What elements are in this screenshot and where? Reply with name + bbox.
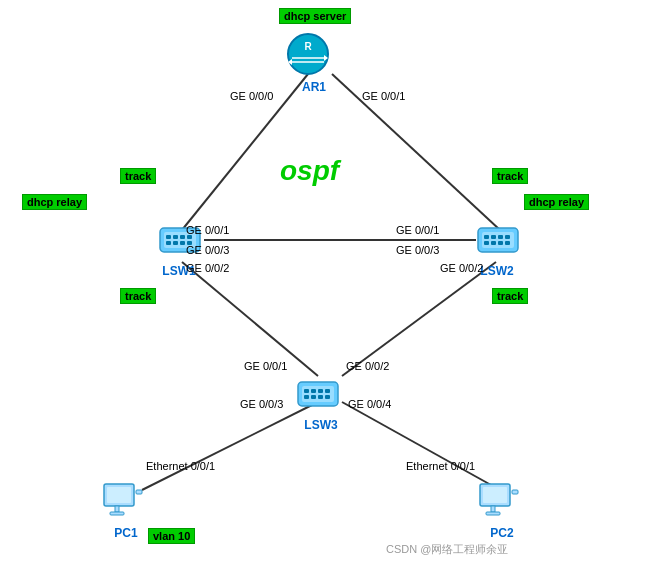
svg-rect-36 [311, 389, 316, 393]
track-lsw2-bottom: track [492, 288, 528, 304]
lsw2-ge002-label: GE 0/0/2 [440, 262, 483, 274]
dhcp-server-badge: dhcp server [279, 8, 351, 24]
svg-rect-35 [304, 389, 309, 393]
svg-rect-19 [166, 241, 171, 245]
svg-rect-17 [180, 235, 185, 239]
svg-rect-47 [136, 490, 142, 494]
svg-rect-20 [173, 241, 178, 245]
lsw1-ge003-label: GE 0/0/3 [186, 244, 229, 256]
svg-rect-38 [325, 389, 330, 393]
track-lsw1-top: track [120, 168, 156, 184]
svg-rect-27 [498, 235, 503, 239]
dhcp-relay-lsw1-badge: dhcp relay [22, 194, 87, 210]
svg-rect-32 [505, 241, 510, 245]
svg-line-1 [332, 74, 500, 230]
ar1-label: AR1 [296, 80, 332, 94]
pc2-label: PC2 [484, 526, 520, 540]
lsw2-switch-icon [476, 218, 520, 262]
svg-rect-30 [491, 241, 496, 245]
svg-rect-52 [512, 490, 518, 494]
svg-rect-26 [491, 235, 496, 239]
svg-rect-16 [173, 235, 178, 239]
svg-point-7 [288, 34, 328, 74]
ar1-ge000-label: GE 0/0/0 [230, 90, 273, 102]
vlan-10-badge: vlan 10 [148, 528, 195, 544]
track-lsw2-top: track [492, 168, 528, 184]
lsw1-ge001-top-label: GE 0/0/1 [186, 224, 229, 236]
svg-line-5 [142, 402, 318, 490]
lsw3-ge001-label: GE 0/0/1 [244, 360, 287, 372]
svg-rect-34 [302, 386, 334, 402]
svg-rect-25 [484, 235, 489, 239]
svg-rect-31 [498, 241, 503, 245]
svg-rect-28 [505, 235, 510, 239]
svg-rect-46 [110, 512, 124, 515]
lsw1-ge002-label: GE 0/0/2 [186, 262, 229, 274]
svg-rect-44 [107, 487, 131, 503]
network-diagram: dhcp server R AR1 GE 0/0/0 GE 0/0/1 ospf… [0, 0, 664, 564]
svg-rect-50 [491, 506, 495, 512]
svg-text:R: R [304, 41, 312, 52]
pc1-label: PC1 [108, 526, 144, 540]
svg-rect-37 [318, 389, 323, 393]
lsw3-ge003-label: GE 0/0/3 [240, 398, 283, 410]
ar1-ge001-label: GE 0/0/1 [362, 90, 405, 102]
svg-rect-24 [482, 232, 514, 248]
svg-line-6 [342, 402, 500, 490]
lsw3-ge002-label: GE 0/0/2 [346, 360, 389, 372]
svg-rect-49 [483, 487, 507, 503]
svg-rect-21 [180, 241, 185, 245]
svg-rect-29 [484, 241, 489, 245]
pc1-icon [100, 480, 144, 524]
pc1-eth-label: Ethernet 0/0/1 [146, 460, 215, 472]
track-lsw1-bottom: track [120, 288, 156, 304]
dhcp-relay-lsw2-badge: dhcp relay [524, 194, 589, 210]
svg-rect-51 [486, 512, 500, 515]
watermark: CSDN @网络工程师余亚 [386, 542, 508, 557]
svg-rect-39 [304, 395, 309, 399]
svg-line-3 [182, 262, 318, 376]
svg-rect-15 [166, 235, 171, 239]
svg-rect-41 [318, 395, 323, 399]
lsw3-label: LSW3 [296, 418, 346, 432]
lsw3-ge004-label: GE 0/0/4 [348, 398, 391, 410]
lsw2-ge001-label: GE 0/0/1 [396, 224, 439, 236]
pc2-eth-label: Ethernet 0/0/1 [406, 460, 475, 472]
lsw3-switch-icon [296, 372, 340, 416]
svg-line-4 [342, 262, 496, 376]
svg-rect-40 [311, 395, 316, 399]
svg-rect-42 [325, 395, 330, 399]
svg-rect-45 [115, 506, 119, 512]
pc2-icon [476, 480, 520, 524]
ospf-label: ospf [280, 155, 339, 187]
ar1-router-icon: R [284, 30, 332, 78]
lsw2-ge003-label: GE 0/0/3 [396, 244, 439, 256]
